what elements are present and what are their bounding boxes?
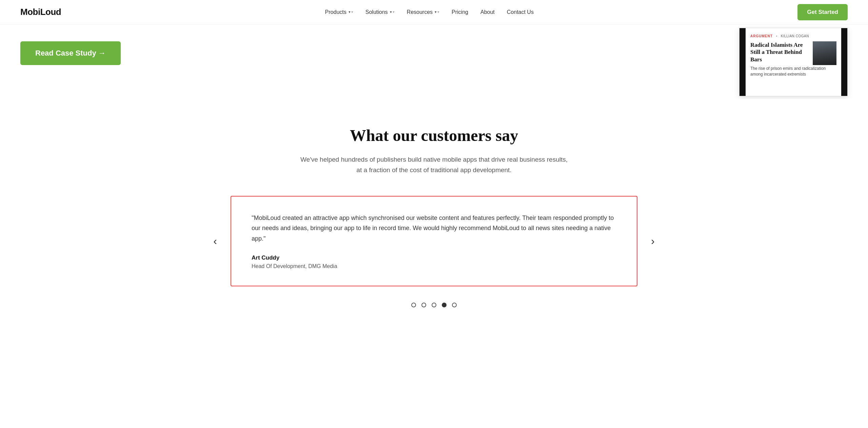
article-description: The rise of prison emirs and radicalizat… xyxy=(750,66,836,78)
nav-item-products[interactable]: Products ▾ ▾ xyxy=(325,9,353,15)
nav-link-solutions[interactable]: Solutions ▾ ▾ xyxy=(366,9,395,15)
nav-item-resources[interactable]: Resources ▾ ▾ xyxy=(407,9,439,15)
nav-item-pricing[interactable]: Pricing xyxy=(452,9,468,15)
customers-title: What our customers say xyxy=(20,126,848,145)
prev-arrow-button[interactable]: ‹ xyxy=(210,231,220,251)
logo[interactable]: MobiLoud xyxy=(20,7,61,17)
chevron-down-icon: ▾ xyxy=(390,10,392,14)
nav-item-about[interactable]: About xyxy=(480,9,495,15)
article-meta: ARGUMENT • KILLIAN COGAN xyxy=(750,34,836,38)
chevron-down-icon: ▾ xyxy=(435,10,437,14)
hero-left: Read Case Study → xyxy=(20,31,434,65)
testimonial-role: Head Of Development, DMG Media xyxy=(252,263,616,269)
chevron-down-icon-2: ▾ xyxy=(351,10,353,14)
nav-item-contact[interactable]: Contact Us xyxy=(507,9,534,15)
article-right-bar xyxy=(841,28,847,96)
customers-subtitle-line2: at a fraction of the cost of traditional… xyxy=(20,165,848,175)
nav-link-resources[interactable]: Resources ▾ ▾ xyxy=(407,9,439,15)
testimonial-quote: "MobiLoud created an attractive app whic… xyxy=(252,213,616,244)
nav-item-solutions[interactable]: Solutions ▾ ▾ xyxy=(366,9,395,15)
hero-section: Read Case Study → ARGUMENT • KILLIAN COG… xyxy=(0,24,868,99)
testimonial-wrapper: ‹ "MobiLoud created an attractive app wh… xyxy=(20,196,848,287)
chevron-down-icon-2: ▾ xyxy=(393,10,395,14)
nav-link-contact[interactable]: Contact Us xyxy=(507,9,534,15)
article-category: ARGUMENT xyxy=(750,34,773,38)
testimonial-name: Art Cuddy xyxy=(252,254,616,261)
article-thumbnail xyxy=(813,41,836,65)
nav-link-pricing[interactable]: Pricing xyxy=(452,9,468,15)
next-arrow-button[interactable]: › xyxy=(648,231,658,251)
dot-2[interactable] xyxy=(432,303,436,307)
read-case-study-button[interactable]: Read Case Study → xyxy=(20,41,121,65)
article-row: Radical Islamists Are Still a Threat Beh… xyxy=(750,41,836,66)
dot-0[interactable] xyxy=(411,303,416,307)
article-card: ARGUMENT • KILLIAN COGAN Radical Islamis… xyxy=(739,28,848,96)
chevron-down-icon-2: ▾ xyxy=(437,10,439,14)
article-content: ARGUMENT • KILLIAN COGAN Radical Islamis… xyxy=(746,28,841,82)
customers-subtitle: We've helped hundreds of publishers buil… xyxy=(20,154,848,176)
nav-link-about[interactable]: About xyxy=(480,9,495,15)
dot-4[interactable] xyxy=(452,303,457,307)
article-left-bar xyxy=(739,28,746,96)
dot-3[interactable] xyxy=(442,303,447,307)
nav-links: Products ▾ ▾ Solutions ▾ ▾ Resources ▾ ▾… xyxy=(325,9,534,15)
dot-1[interactable] xyxy=(421,303,426,307)
customers-section: What our customers say We've helped hund… xyxy=(0,99,868,328)
nav-link-products[interactable]: Products ▾ ▾ xyxy=(325,9,353,15)
navigation: MobiLoud Products ▾ ▾ Solutions ▾ ▾ Reso… xyxy=(0,0,868,24)
chevron-down-icon: ▾ xyxy=(349,10,351,14)
testimonial-card: "MobiLoud created an attractive app whic… xyxy=(231,196,637,287)
testimonial-dots xyxy=(20,303,848,307)
article-title: Radical Islamists Are Still a Threat Beh… xyxy=(750,41,809,63)
article-author: KILLIAN COGAN xyxy=(781,34,809,38)
meta-dot: • xyxy=(776,34,777,38)
get-started-button[interactable]: Get Started xyxy=(797,4,848,20)
customers-subtitle-line1: We've helped hundreds of publishers buil… xyxy=(20,154,848,165)
article-card-inner: ARGUMENT • KILLIAN COGAN Radical Islamis… xyxy=(739,28,847,96)
hero-right: ARGUMENT • KILLIAN COGAN Radical Islamis… xyxy=(434,31,848,96)
